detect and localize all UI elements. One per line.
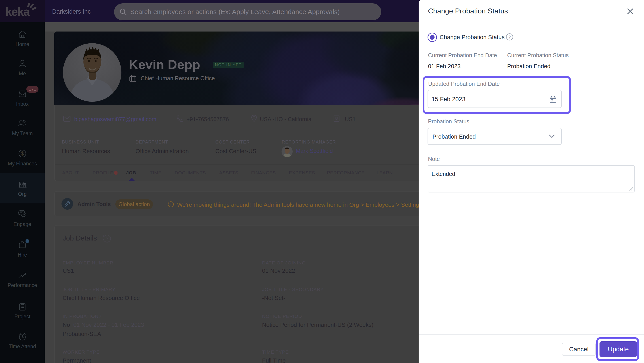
svg-text:?: ? <box>508 35 511 39</box>
svg-text:$: $ <box>21 151 24 156</box>
svg-text:keka: keka <box>5 5 30 18</box>
